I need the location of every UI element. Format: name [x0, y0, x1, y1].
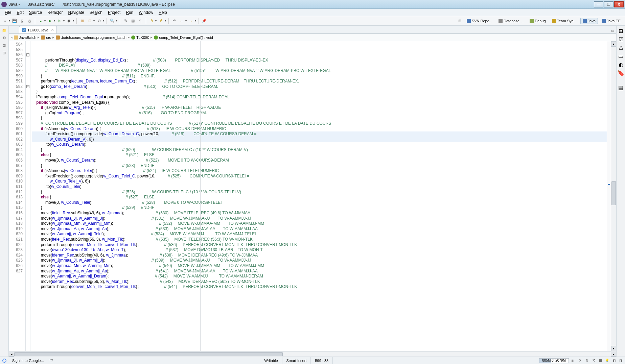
sb-tasks-icon[interactable]: ☰ [598, 358, 603, 363]
gc-icon[interactable]: 🗑 [570, 358, 575, 363]
code-line[interactable]: move(w_Aammjj, w_Aammjj_Telei); // (534)… [32, 232, 607, 237]
signin-link[interactable]: Sign in to Google... [8, 357, 48, 364]
code-line[interactable]: move(w_Jjmmaa_Aa, w_Aammjj_Aa); // (541)… [32, 269, 607, 274]
sb-sync-icon[interactable]: ⇅ [584, 358, 589, 363]
scroll-down-icon[interactable]: ▾ [611, 346, 616, 351]
menu-refactor[interactable]: Refactor [45, 9, 65, 16]
persp-debug[interactable]: Debug [527, 18, 548, 24]
code-line[interactable]: performThrough(display_Ed, display_Ed_Ex… [32, 58, 607, 63]
run-last-icon[interactable]: ▷ [56, 18, 63, 24]
coverage-icon[interactable]: ◉ [66, 18, 72, 24]
code-line[interactable]: if (isNumeric(w_Cours_Deram)) { // (518)… [32, 126, 607, 132]
print-icon[interactable]: ⎙ [26, 18, 32, 24]
package-explorer-icon[interactable]: 📁 [2, 28, 7, 33]
code-line[interactable]: public void comp_Telei_Deram_Egal() { [32, 100, 607, 105]
code-line[interactable]: .to(w_Cours9_Deram); [32, 142, 607, 147]
minimize-button[interactable]: — [594, 1, 603, 7]
open-perspective-icon[interactable]: ⊞ [457, 18, 463, 24]
toggle-mark-icon[interactable]: ✎ [122, 18, 129, 24]
code-line[interactable]: move(0, w_Cours9_Telei); // (528) MOVE 0… [32, 200, 607, 205]
tab-tlk080[interactable]: J TLK080.java ✕ [19, 26, 57, 33]
close-tab-icon[interactable]: ✕ [51, 28, 54, 32]
code-line[interactable]: else { // (521) ELSE [32, 152, 607, 158]
menu-window[interactable]: Window [136, 9, 156, 16]
menu-search[interactable]: Search [87, 9, 105, 16]
code-line[interactable]: move(w_Jjmmaa_Mm, w_Aammjj_Mm); // (532)… [32, 221, 607, 226]
save-all-icon[interactable]: ⎘ [19, 18, 25, 24]
console-icon[interactable]: ▭ [618, 53, 623, 59]
code-line[interactable]: move(w_Jjmmaa_Aa, w_Aammjj_Aa); // (533)… [32, 226, 607, 232]
code-line[interactable]: } // (520) W-COURS-DERAM-C / (10 ** W-CO… [32, 147, 607, 153]
outline-view-icon[interactable]: ⊞ [2, 50, 7, 55]
menu-help[interactable]: Help [156, 9, 170, 16]
type-hierarchy-icon[interactable]: ⚙ [2, 35, 7, 41]
bc-method[interactable]: comp_Telei_Deram_Egal() : void [154, 35, 213, 40]
code-line[interactable]: } [32, 89, 607, 95]
close-button[interactable]: X [614, 1, 624, 7]
code-line[interactable]: } // (511) END-IF. [32, 74, 607, 79]
code-line[interactable]: // CONTROLE DE L'EGALITE DU COURS ET DE … [32, 121, 607, 126]
bc-package[interactable]: .batch.cours_valeurs.programme_batch [56, 35, 126, 40]
code-line[interactable]: } // (529) END-IF [32, 205, 607, 211]
forward-icon[interactable]: → [188, 18, 194, 24]
bookmarks-icon[interactable]: 🔖 [618, 70, 624, 76]
code-line[interactable]: performThrough(convert_Mon_Tlk, convert_… [32, 284, 607, 290]
code-line[interactable]: IParagraph comp_Telei_Deram_Egal = parag… [32, 95, 607, 100]
menu-run[interactable]: Run [123, 9, 136, 16]
code-line[interactable]: .to(w_Cours9_Telei); [32, 184, 607, 190]
minimap-icon[interactable]: ▤ [618, 84, 623, 91]
search-icon[interactable]: 🔍 [109, 18, 115, 24]
sb-updates-icon[interactable]: ⟳ [578, 358, 582, 363]
code-line[interactable]: fixedPrecision().compute(divide(w_Cours_… [32, 131, 607, 137]
bc-src[interactable]: src [41, 35, 51, 40]
code-line[interactable]: move(w_Jjmmaa_Jj, w_Aammjj_Jj); // (539)… [32, 258, 607, 263]
new-class-icon[interactable]: ⊡ [87, 18, 93, 24]
code-line[interactable]: performThrough(lecture_Deram, lecture_De… [32, 79, 607, 84]
heap-status[interactable]: 805M of 2079M [539, 358, 569, 363]
code-line[interactable]: move(w_Jjmmaa_Jj, w_Aammjj_Jj); // (531)… [32, 216, 607, 221]
vertical-scrollbar[interactable]: ▴ ▾ [611, 41, 616, 351]
sb-notif-icon[interactable]: ◧ [611, 358, 616, 363]
new-package-icon[interactable]: ⊞ [79, 18, 85, 24]
code-line[interactable]: move(itelei_Rec.subString(56, 3), w_Mon_… [32, 237, 607, 242]
code-line[interactable]: move(ideram_Rec.subString(49, 6), w_Jjmm… [32, 253, 607, 258]
code-line[interactable]: } [32, 116, 607, 121]
sb-tip-icon[interactable]: 💡 [605, 358, 609, 363]
new-dropdown[interactable]: ▾ [9, 19, 10, 22]
code-line[interactable]: } // (526) W-COURS-TELEI-C / (10 ** W-CO… [32, 190, 607, 195]
new-icon[interactable]: ▫ [2, 18, 8, 24]
code-line[interactable]: if (isNumeric(w_Cours_Telei)) { // (524)… [32, 168, 607, 174]
save-icon[interactable]: 💾 [11, 18, 18, 24]
open-type-icon[interactable]: ⊙ [96, 18, 102, 24]
bc-project[interactable]: JavaBatch [14, 35, 36, 40]
tab-maximize-icon[interactable]: ▭ [609, 28, 616, 33]
persp-java-ee[interactable]: Java EE [599, 18, 623, 24]
fold-toggle-icon[interactable]: − [26, 53, 29, 56]
run-icon[interactable]: ▶ [47, 18, 53, 24]
debug-icon[interactable]: ⬥ [38, 18, 44, 24]
task-list-icon[interactable]: ☑ [619, 36, 623, 43]
menu-file[interactable]: File [2, 9, 14, 16]
scroll-left-icon[interactable]: ◂ [9, 352, 14, 357]
code-line[interactable]: move(w_Jjmmaa_Mm, w_Aammjj_Mm); // (540)… [32, 263, 607, 269]
bc-class[interactable]: TLK080 [131, 35, 149, 40]
last-edit-icon[interactable]: ↶ [171, 18, 177, 24]
overview-ruler[interactable] [607, 41, 611, 351]
show-whitespace-icon[interactable]: ¶ [137, 18, 143, 24]
code-line[interactable]: if (isHighValue(w_Arg_Telei)) { // (515)… [32, 105, 607, 111]
sb-build-icon[interactable]: ⚒ [591, 358, 596, 363]
code-line[interactable]: else { // (527) ELSE [32, 195, 607, 200]
fold-toggle-icon[interactable]: − [26, 85, 29, 88]
code-line[interactable]: // W-ARG-DERAM-NVA ' ' W-ARG-DERAM-PBO W… [32, 68, 607, 74]
annotation-next-icon[interactable]: ↱ [158, 18, 164, 24]
pin-icon[interactable]: 📌 [201, 18, 207, 24]
code-line[interactable]: move(itelei_Rec.subString(49, 6), w_Jjmm… [32, 211, 607, 216]
status-marker-icon[interactable]: ⬚ [48, 358, 54, 363]
menu-project[interactable]: Project [105, 9, 123, 16]
horizontal-scrollbar[interactable]: ◂ ▸ [9, 351, 616, 357]
persp-java[interactable]: Java [580, 18, 598, 24]
annotation-prev-icon[interactable]: ↰ [148, 18, 155, 24]
breadcrumb-nav-prev[interactable]: ◂ [11, 36, 13, 39]
menu-source[interactable]: Source [26, 9, 45, 16]
menu-navigate[interactable]: Navigate [65, 9, 87, 16]
